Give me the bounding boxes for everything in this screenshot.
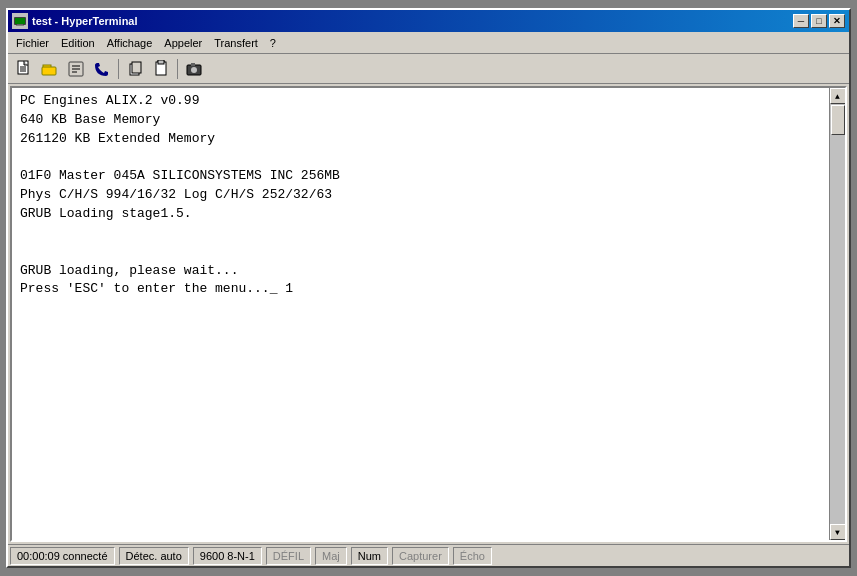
dial-button[interactable] xyxy=(90,58,114,80)
svg-rect-18 xyxy=(158,60,164,64)
maximize-button[interactable]: □ xyxy=(811,14,827,28)
new-button[interactable] xyxy=(12,58,36,80)
svg-point-20 xyxy=(191,67,197,73)
status-capture: Capturer xyxy=(392,547,449,565)
svg-rect-15 xyxy=(132,62,141,73)
copy-button[interactable] xyxy=(123,58,147,80)
app-icon xyxy=(12,13,28,29)
svg-rect-2 xyxy=(17,24,23,25)
menu-transfert[interactable]: Transfert xyxy=(208,35,264,51)
paste-button[interactable] xyxy=(149,58,173,80)
svg-rect-9 xyxy=(42,67,56,75)
terminal-output: PC Engines ALIX.2 v0.99 640 KB Base Memo… xyxy=(20,92,821,299)
scroll-thumb[interactable] xyxy=(831,105,845,135)
menu-appeler[interactable]: Appeler xyxy=(158,35,208,51)
menu-affichage[interactable]: Affichage xyxy=(101,35,159,51)
scroll-down-button[interactable]: ▼ xyxy=(830,524,846,540)
menu-help[interactable]: ? xyxy=(264,35,282,51)
title-bar-left: test - HyperTerminal xyxy=(12,13,138,29)
svg-rect-21 xyxy=(191,63,195,66)
minimize-button[interactable]: ─ xyxy=(793,14,809,28)
status-scroll: DÉFIL xyxy=(266,547,311,565)
window-title: test - HyperTerminal xyxy=(32,15,138,27)
title-buttons: ─ □ ✕ xyxy=(793,14,845,28)
status-speed: 9600 8-N-1 xyxy=(193,547,262,565)
main-window: test - HyperTerminal ─ □ ✕ Fichier Editi… xyxy=(6,8,851,568)
title-bar: test - HyperTerminal ─ □ ✕ xyxy=(8,10,849,32)
svg-rect-1 xyxy=(15,18,25,24)
status-time: 00:00:09 connecté xyxy=(10,547,115,565)
terminal-area: PC Engines ALIX.2 v0.99 640 KB Base Memo… xyxy=(10,86,847,542)
close-button[interactable]: ✕ xyxy=(829,14,845,28)
camera-button[interactable] xyxy=(182,58,206,80)
status-bar: 00:00:09 connecté Détec. auto 9600 8-N-1… xyxy=(8,544,849,566)
menu-edition[interactable]: Edition xyxy=(55,35,101,51)
scroll-track[interactable] xyxy=(830,104,846,524)
menu-bar: Fichier Edition Affichage Appeler Transf… xyxy=(8,32,849,54)
separator-2 xyxy=(177,59,178,79)
open-button[interactable] xyxy=(38,58,62,80)
terminal-content[interactable]: PC Engines ALIX.2 v0.99 640 KB Base Memo… xyxy=(12,88,829,540)
status-num: Num xyxy=(351,547,388,565)
status-caps: Maj xyxy=(315,547,347,565)
properties-button[interactable] xyxy=(64,58,88,80)
scroll-up-button[interactable]: ▲ xyxy=(830,88,846,104)
status-detect: Détec. auto xyxy=(119,547,189,565)
status-echo: Écho xyxy=(453,547,492,565)
toolbar xyxy=(8,54,849,84)
scrollbar: ▲ ▼ xyxy=(829,88,845,540)
separator-1 xyxy=(118,59,119,79)
menu-fichier[interactable]: Fichier xyxy=(10,35,55,51)
svg-rect-3 xyxy=(16,25,24,26)
